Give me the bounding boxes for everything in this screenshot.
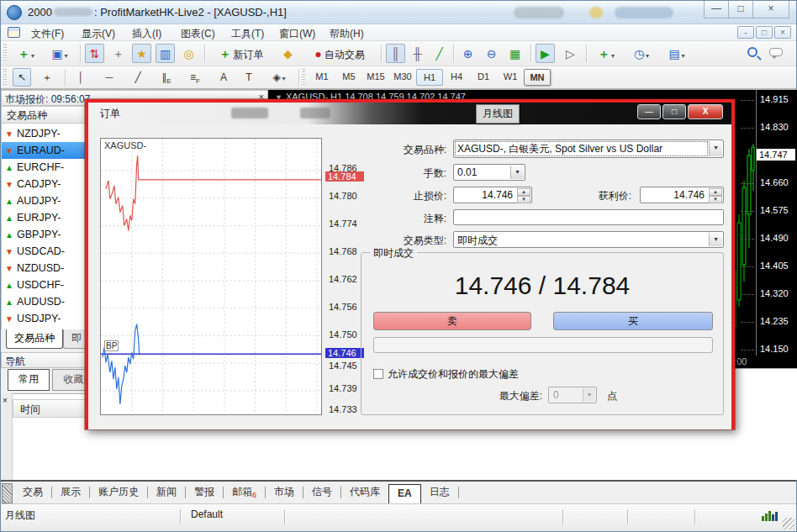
timeframe-d1[interactable]: D1 bbox=[470, 69, 497, 86]
tab-trade[interactable]: 交易 bbox=[14, 482, 51, 503]
zoom-in-button[interactable]: ⊕ bbox=[458, 44, 478, 63]
order-dialog-titlebar[interactable]: 订单 — □ X bbox=[88, 103, 731, 124]
resize-grip[interactable] bbox=[783, 518, 794, 529]
chat-icon[interactable] bbox=[769, 48, 783, 56]
search-icon[interactable] bbox=[747, 47, 757, 57]
vertical-line-button[interactable]: │ bbox=[71, 68, 90, 87]
fibonacci-button[interactable]: ≡F bbox=[186, 68, 204, 87]
timeframe-mn[interactable]: MN bbox=[524, 69, 551, 86]
arrows-tool-button[interactable]: ◈▾ bbox=[265, 68, 293, 87]
timeframe-m15[interactable]: M15 bbox=[362, 69, 389, 86]
timeframe-h1[interactable]: H1 bbox=[416, 69, 443, 86]
status-profile[interactable]: Default bbox=[191, 508, 223, 520]
minimize-button[interactable]: — bbox=[704, 1, 729, 18]
line-chart-button[interactable]: ╱ bbox=[430, 44, 449, 63]
chevron-down-icon[interactable]: ▾ bbox=[709, 141, 722, 156]
auto-scroll-button[interactable]: ▶ bbox=[536, 44, 555, 63]
periods-button[interactable]: ◷▾ bbox=[626, 44, 657, 63]
terminal-side-icon[interactable] bbox=[2, 483, 13, 503]
spin-up-icon[interactable]: ▲ bbox=[517, 188, 530, 196]
close-icon[interactable]: × bbox=[3, 396, 8, 405]
crosshair-tool-button[interactable]: ＋ bbox=[38, 68, 56, 87]
tab-code-base[interactable]: 代码库 bbox=[341, 482, 388, 503]
trendline-button[interactable]: ╱ bbox=[129, 68, 147, 87]
text-label-button[interactable]: T bbox=[240, 68, 258, 87]
chart-shift-button[interactable]: ▷ bbox=[561, 44, 580, 63]
new-order-button[interactable]: ＋新订单 bbox=[209, 44, 273, 63]
take-profit-field[interactable]: 14.746 ▲▼ bbox=[640, 187, 724, 203]
dialog-maximize-button[interactable]: □ bbox=[662, 104, 686, 119]
spin-up-icon[interactable]: ▲ bbox=[709, 188, 722, 196]
menu-charts[interactable]: 图表(C) bbox=[177, 26, 219, 42]
text-tool-button[interactable]: A bbox=[214, 68, 233, 87]
order-type-select[interactable]: 即时成交 ▾ bbox=[453, 231, 724, 248]
menu-tools[interactable]: 工具(T) bbox=[228, 26, 267, 42]
menu-file[interactable]: 文件(F) bbox=[28, 26, 67, 42]
toolbar-gripper[interactable] bbox=[302, 69, 305, 86]
comment-input[interactable] bbox=[453, 209, 724, 225]
volume-select[interactable]: 0.01 ▾ bbox=[453, 164, 525, 181]
tab-exposure[interactable]: 展示 bbox=[52, 482, 89, 503]
chevron-down-icon[interactable]: ▾ bbox=[510, 166, 524, 179]
zoom-out-button[interactable]: ⊖ bbox=[482, 44, 501, 63]
new-chart-button[interactable]: ＋▾ bbox=[11, 44, 41, 63]
timeframe-w1[interactable]: W1 bbox=[497, 69, 524, 86]
stop-loss-field[interactable]: 14.746 ▲▼ bbox=[453, 187, 532, 203]
menu-window[interactable]: 窗口(W) bbox=[276, 26, 319, 42]
tab-journal[interactable]: 日志 bbox=[421, 482, 458, 503]
mdi-minimize-button[interactable]: - bbox=[737, 26, 754, 39]
strategy-tester-button[interactable]: ◎ bbox=[179, 44, 198, 63]
timeframe-m1[interactable]: M1 bbox=[309, 69, 335, 86]
drawing-toolbar: ↖ ＋ │ ─ ╱ ∥E ≡F A T ◈▾ M1 M5 M15 M30 H1 … bbox=[1, 66, 796, 90]
metaeditor-button[interactable]: ◆ bbox=[278, 44, 298, 63]
maximize-button[interactable]: □ bbox=[728, 1, 753, 18]
tab-symbols[interactable]: 交易品种 bbox=[6, 329, 63, 349]
cursor-tool-button[interactable]: ↖ bbox=[13, 68, 31, 87]
deviation-checkbox[interactable] bbox=[373, 369, 383, 379]
tab-common[interactable]: 常用 bbox=[8, 369, 50, 391]
mdi-restore-button[interactable]: □ bbox=[756, 26, 773, 39]
tab-signals[interactable]: 信号 bbox=[303, 482, 340, 503]
terminal-button[interactable]: ▥ bbox=[156, 44, 175, 63]
close-button[interactable]: × bbox=[752, 1, 789, 18]
down-arrow-icon: ▼ bbox=[5, 143, 17, 160]
navigator-button[interactable]: ★ bbox=[132, 44, 151, 63]
tab-news[interactable]: 新闻 bbox=[148, 482, 185, 503]
redacted-item bbox=[615, 7, 673, 18]
sell-button[interactable]: 卖 bbox=[373, 312, 531, 330]
toolbar-gripper[interactable] bbox=[3, 69, 7, 86]
bar-chart-button[interactable]: ║ bbox=[386, 44, 405, 63]
menu-view[interactable]: 显示(V) bbox=[78, 26, 119, 42]
candlestick-chart-button[interactable]: ╫ bbox=[408, 44, 427, 63]
terminal-gripper[interactable] bbox=[1, 393, 13, 480]
buy-button[interactable]: 买 bbox=[553, 312, 713, 330]
tab-market[interactable]: 市场 bbox=[266, 482, 303, 503]
profiles-button[interactable]: ▣▾ bbox=[45, 44, 75, 63]
tile-windows-button[interactable]: ▦ bbox=[505, 44, 525, 63]
spin-down-icon[interactable]: ▼ bbox=[709, 196, 722, 203]
indicators-button[interactable]: ＋▾ bbox=[591, 44, 621, 63]
chevron-down-icon[interactable]: ▾ bbox=[709, 233, 722, 246]
data-window-button[interactable]: ＋ bbox=[108, 44, 128, 63]
dialog-close-button[interactable]: X bbox=[688, 104, 723, 119]
toolbar-gripper[interactable] bbox=[3, 45, 7, 61]
timeframe-m30[interactable]: M30 bbox=[389, 69, 416, 86]
timeframe-m5[interactable]: M5 bbox=[335, 69, 362, 86]
mdi-close-button[interactable]: × bbox=[774, 26, 791, 39]
price-scale-axis[interactable] bbox=[756, 90, 757, 356]
horizontal-line-button[interactable]: ─ bbox=[100, 68, 119, 87]
tab-mailbox[interactable]: 邮箱6 bbox=[224, 482, 265, 503]
tab-alerts[interactable]: 警报 bbox=[186, 482, 223, 503]
tab-account-history[interactable]: 账户历史 bbox=[90, 482, 147, 503]
symbol-select[interactable]: XAGUSD-, 白银美元, Spot Silver vs US Dollar … bbox=[453, 140, 724, 158]
dialog-minimize-button[interactable]: — bbox=[637, 104, 661, 119]
channel-button[interactable]: ∥E bbox=[157, 68, 176, 87]
spin-down-icon[interactable]: ▼ bbox=[517, 196, 530, 203]
menu-help[interactable]: 帮助(H) bbox=[326, 26, 367, 42]
menu-insert[interactable]: 插入(I) bbox=[129, 26, 165, 42]
tab-experts[interactable]: EA bbox=[388, 484, 421, 503]
autotrading-button[interactable]: ●自动交易 bbox=[303, 44, 376, 63]
timeframe-h4[interactable]: H4 bbox=[443, 69, 470, 86]
templates-button[interactable]: ▤▾ bbox=[662, 44, 692, 63]
market-watch-button[interactable]: ⇅ bbox=[85, 44, 104, 63]
